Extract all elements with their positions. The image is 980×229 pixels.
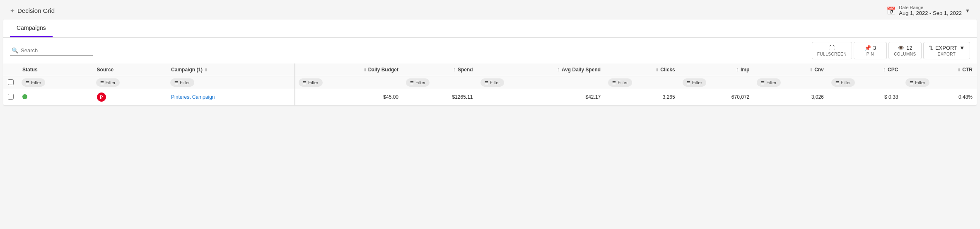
filter-cnv-label: Filter [766,80,776,85]
campaign-sort-icon[interactable]: ⇧ [204,68,208,72]
pin-count: 3 [873,45,876,51]
select-all-checkbox[interactable] [8,79,14,85]
filter-ctr-label: Filter [915,80,925,85]
date-range-inner: Date Range Aug 1, 2022 - Sep 1, 2022 [899,5,962,16]
filter-campaign-label: Filter [180,80,190,85]
th-daily-budget: ⇧ Daily Budget [295,63,403,76]
filter-clicks-button[interactable]: ☰ Filter [608,78,632,87]
fullscreen-button[interactable]: ⛶ FULLSCREEN [812,42,852,59]
row-cpc-cell: $ 0.38 [828,89,903,105]
avg-daily-spend-sort-icon[interactable]: ⇧ [557,68,560,72]
export-label: EXPORT [935,45,957,51]
filter-spend-button[interactable]: ☰ Filter [406,78,430,87]
filter-th-cpc: ☰ Filter [828,76,903,89]
chevron-down-icon: ▼ [965,8,970,14]
row-imp-cell: 670,072 [679,89,754,105]
search-wrapper[interactable]: 🔍 [10,46,93,56]
filter-th-status: ☰ Filter [18,76,93,89]
filter-ctr-icon: ☰ [910,80,913,85]
filter-avg-daily-spend-icon: ☰ [485,80,488,85]
pinterest-icon: P [97,93,106,102]
filter-spend-icon: ☰ [410,80,414,85]
filter-source-icon: ☰ [100,80,104,85]
row-status-cell [18,89,93,105]
pin-label: PIN [867,52,874,56]
filter-th-cnv: ☰ Filter [753,76,828,89]
export-icon: ⇅ [929,45,933,51]
row-cnv-cell: 3,026 [753,89,828,105]
sparkle-icon: ✦ [10,7,15,14]
filter-source-label: Filter [106,80,116,85]
row-checkbox[interactable] [8,94,14,100]
filter-daily-budget-icon: ☰ [303,80,307,85]
app-title: ✦ Decision Grid [10,7,55,14]
row-source-cell: P [93,89,167,105]
date-range-selector[interactable]: 📅 Date Range Aug 1, 2022 - Sep 1, 2022 ▼ [886,5,970,16]
th-campaign: Campaign (1) ⇧ [167,63,295,76]
th-cpc: ⇧ CPC [828,63,903,76]
export-btn-label: EXPORT [937,52,956,56]
filter-clicks-icon: ☰ [612,80,616,85]
row-clicks-cell: 3,265 [605,89,679,105]
filter-th-spend: ☰ Filter [403,76,477,89]
filter-th-daily-budget: ☰ Filter [295,76,403,89]
row-ctr-cell: 0.48% [902,89,977,105]
th-status: Status [18,63,93,76]
table-row: P Pinterest Campaign $45.00 $1265.11 $42… [3,89,977,105]
row-campaign-cell: Pinterest Campaign [167,89,295,105]
cpc-sort-icon[interactable]: ⇧ [883,68,886,72]
ctr-sort-icon[interactable]: ⇧ [957,68,961,72]
filter-imp-button[interactable]: ☰ Filter [683,78,706,87]
row-avg-daily-spend-cell: $42.17 [477,89,605,105]
th-clicks: ⇧ Clicks [605,63,679,76]
columns-label: COLUMNS [894,52,916,56]
cnv-sort-icon[interactable]: ⇧ [809,68,813,72]
filter-status-label: Filter [31,80,41,85]
filter-ctr-button[interactable]: ☰ Filter [905,78,929,87]
imp-sort-icon[interactable]: ⇧ [736,68,739,72]
pin-icon: 📌 [864,45,871,51]
filter-status-icon: ☰ [26,80,29,85]
filter-cpc-label: Filter [841,80,851,85]
date-range-label: Date Range [899,5,923,10]
search-icon: 🔍 [12,47,18,54]
table-wrapper: Status Source Campaign (1) ⇧ [3,63,977,105]
filter-daily-budget-button[interactable]: ☰ Filter [299,78,322,87]
campaigns-table: Status Source Campaign (1) ⇧ [3,63,977,105]
filter-avg-daily-spend-button[interactable]: ☰ Filter [480,78,504,87]
columns-button[interactable]: 👁️ 12 COLUMNS [888,42,922,59]
filter-source-button[interactable]: ☰ Filter [96,78,120,87]
spend-sort-icon[interactable]: ⇧ [453,68,456,72]
columns-icon: 👁️ [898,45,904,51]
th-source: Source [93,63,167,76]
tab-campaigns[interactable]: Campaigns [10,19,53,37]
table-header-row: Status Source Campaign (1) ⇧ [3,63,977,76]
fullscreen-icon: ⛶ [829,45,835,51]
daily-budget-sort-icon[interactable]: ⇧ [363,68,367,72]
filter-avg-daily-spend-label: Filter [490,80,500,85]
filter-th-imp: ☰ Filter [679,76,754,89]
campaign-link[interactable]: Pinterest Campaign [171,94,215,100]
filter-cpc-button[interactable]: ☰ Filter [831,78,855,87]
columns-count: 12 [906,45,912,51]
filter-clicks-label: Filter [618,80,628,85]
row-spend-cell: $1265.11 [403,89,477,105]
th-spend: ⇧ Spend [403,63,477,76]
fullscreen-label: FULLSCREEN [817,52,847,56]
filter-cnv-button[interactable]: ☰ Filter [757,78,780,87]
filter-status-button[interactable]: ☰ Filter [22,78,45,87]
filter-campaign-icon: ☰ [174,80,178,85]
clicks-sort-icon[interactable]: ⇧ [655,68,659,72]
pin-button[interactable]: 📌 3 PIN [854,42,887,59]
th-imp: ⇧ Imp [679,63,754,76]
search-input[interactable] [21,47,87,54]
main-content: Campaigns 🔍 ⛶ FULLSCREEN 📌 3 [3,19,977,105]
th-ctr: ⇧ CTR [902,63,977,76]
status-dot-active [22,94,27,99]
filter-campaign-button[interactable]: ☰ Filter [170,78,194,87]
filter-th-campaign: ☰ Filter [167,76,295,89]
export-button[interactable]: ⇅ EXPORT ▼ EXPORT [923,42,970,59]
toolbar-actions: ⛶ FULLSCREEN 📌 3 PIN 👁️ 12 CO [812,42,970,59]
top-header: ✦ Decision Grid 📅 Date Range Aug 1, 2022… [0,0,980,19]
th-cnv: ⇧ Cnv [753,63,828,76]
